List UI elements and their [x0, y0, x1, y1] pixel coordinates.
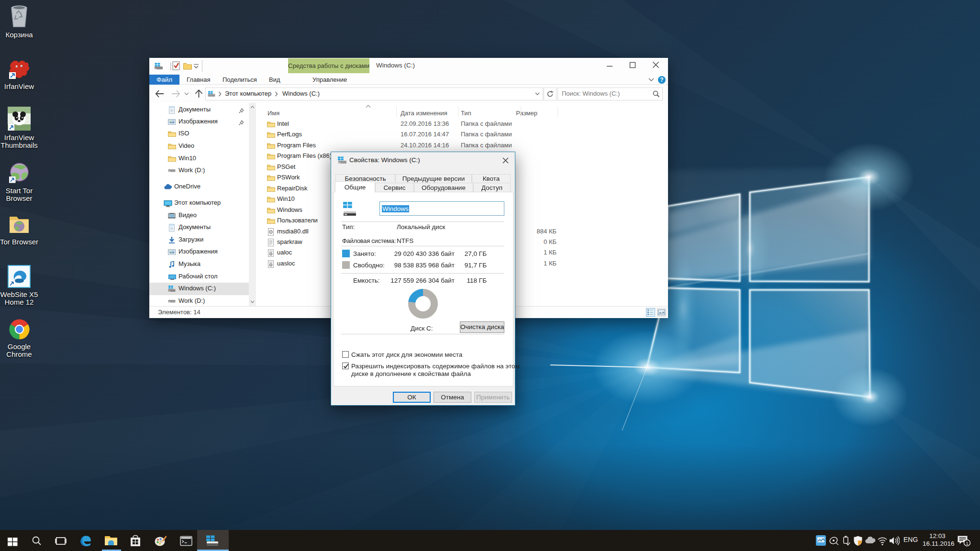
svg-text:1: 1: [966, 541, 968, 546]
